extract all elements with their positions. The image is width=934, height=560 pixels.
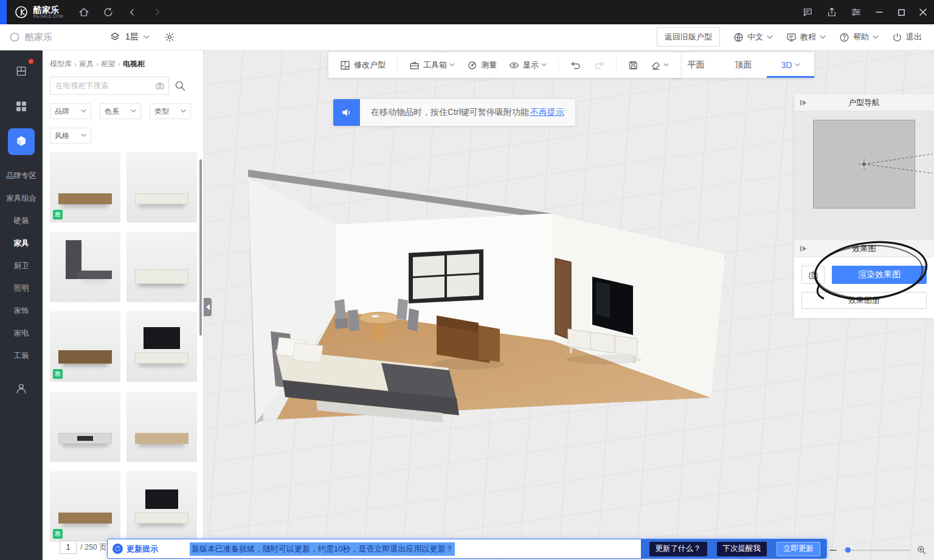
sidebar-item-hard-decor[interactable]: 硬装	[14, 210, 29, 232]
home-button[interactable]	[72, 0, 96, 24]
redo-button[interactable]	[589, 60, 609, 71]
breadcrumb-tv-cabinet[interactable]: 电视柜	[123, 59, 145, 69]
modify-floorplan-button[interactable]: 修改户型	[336, 60, 390, 71]
collapse-toggle-button[interactable]	[800, 99, 807, 106]
minimize-icon	[875, 8, 884, 16]
floorplan-library-button[interactable]	[8, 58, 35, 85]
sidebar-item-furniture[interactable]: 家具	[14, 232, 29, 255]
forward-button[interactable]	[145, 0, 169, 24]
product-thumbnail[interactable]	[50, 232, 120, 302]
eraser-menu[interactable]	[646, 60, 673, 71]
breadcrumb-cabinets[interactable]: 柜架	[101, 59, 116, 69]
product-thumbnail[interactable]: 惠	[50, 152, 120, 223]
snapshot-camera-button[interactable]	[801, 266, 825, 284]
product-thumbnail[interactable]	[50, 392, 120, 462]
product-thumbnail[interactable]: 惠	[50, 311, 120, 382]
measure-button[interactable]: 测量	[463, 60, 501, 71]
chevron-down-icon	[81, 109, 86, 113]
breadcrumb-separator: ›	[96, 60, 99, 69]
sidebar-item-appliances[interactable]: 家电	[14, 322, 29, 345]
back-button[interactable]	[120, 0, 145, 24]
brand-name: 酷家乐	[25, 32, 52, 43]
product-thumbnail[interactable]	[126, 392, 197, 462]
sidebar-item-brand-zone[interactable]: 品牌专区	[6, 165, 36, 187]
settings-sliders-button[interactable]	[844, 0, 868, 24]
sidebar-item-home-decor[interactable]: 家饰	[14, 300, 29, 322]
sidebar-item-commercial[interactable]: 工装	[14, 345, 29, 367]
breadcrumb-separator: ›	[74, 60, 77, 69]
display-menu[interactable]: 显示	[505, 60, 551, 71]
feedback-button[interactable]	[795, 0, 820, 24]
filter-brand[interactable]: 品牌	[50, 103, 91, 119]
filter-style[interactable]: 风格	[50, 128, 91, 143]
camera-position-icon[interactable]	[859, 159, 870, 170]
logout-button[interactable]: 退出	[892, 32, 922, 43]
apps-grid-button[interactable]	[8, 93, 35, 120]
pause-play-icon	[800, 245, 807, 252]
product-thumbnail[interactable]	[126, 471, 197, 542]
product-thumbnail[interactable]	[126, 311, 197, 382]
breadcrumb-furniture[interactable]: 家具	[79, 59, 94, 69]
floorplan-icon	[340, 60, 350, 71]
tab-ceiling-view[interactable]: 顶面	[720, 52, 767, 78]
catalog-scrollbar[interactable]	[199, 159, 202, 336]
language-menu[interactable]: 中文	[733, 32, 773, 43]
brand: 酷家乐	[0, 31, 103, 43]
window[interactable]	[409, 249, 483, 303]
help-menu[interactable]: 帮助	[839, 32, 879, 43]
door[interactable]	[555, 258, 571, 340]
filter-type[interactable]: 类型	[150, 103, 191, 119]
sidebar-item-lighting[interactable]: 照明	[14, 277, 29, 300]
3d-viewport[interactable]: 修改户型 工具箱 测量 显示	[204, 50, 934, 560]
tv-cabinet-image	[135, 513, 189, 524]
sidebar-item-kitchen-bath[interactable]: 厨卫	[14, 255, 29, 277]
product-thumbnail[interactable]: 惠	[50, 471, 120, 542]
product-thumbnail[interactable]	[126, 152, 197, 223]
refresh-icon	[114, 545, 121, 552]
model-library-button[interactable]	[8, 128, 35, 155]
breadcrumb-model-library[interactable]: 模型库	[50, 59, 72, 69]
tab-3d-view[interactable]: 3D	[767, 52, 814, 78]
share-button[interactable]	[820, 0, 844, 24]
back-to-old-version-button[interactable]: 返回旧版户型	[657, 27, 720, 47]
filter-color[interactable]: 色系	[100, 103, 141, 119]
zoom-slider[interactable]	[843, 550, 910, 551]
zoom-slider-knob[interactable]	[845, 547, 851, 553]
remind-later-button[interactable]: 下次提醒我	[717, 542, 767, 556]
image-search-button[interactable]	[155, 81, 165, 91]
render-image-button[interactable]: 渲染效果图	[832, 266, 927, 284]
whats-new-button[interactable]: 更新了什么？	[649, 542, 707, 556]
zoom-out-icon[interactable]	[829, 546, 837, 555]
page-number-input[interactable]	[60, 541, 77, 554]
maximize-button[interactable]	[890, 0, 912, 24]
globe-icon	[733, 32, 744, 43]
floorplan-minimap[interactable]	[794, 111, 934, 240]
chevron-down-icon	[131, 109, 136, 113]
toast-text: 在移动物品时，按住Ctrl键可暂停吸附功能	[371, 107, 529, 118]
dismiss-forever-link[interactable]: 不再提示	[530, 107, 564, 118]
chevron-down-icon	[144, 35, 150, 40]
update-now-button[interactable]: 立即更新	[777, 542, 820, 556]
floor-settings-button[interactable]	[164, 32, 175, 43]
promo-badge: 惠	[53, 529, 63, 539]
accent-block	[0, 0, 7, 24]
catalog-collapse-handle[interactable]	[204, 298, 212, 316]
close-button[interactable]	[912, 0, 934, 24]
minimize-button[interactable]	[868, 0, 890, 24]
zoom-in-icon[interactable]	[916, 545, 927, 555]
measure-icon	[467, 60, 477, 71]
refresh-button[interactable]	[96, 0, 120, 24]
floor-selector[interactable]: 1层	[103, 28, 156, 46]
search-input[interactable]	[50, 77, 169, 95]
product-thumbnail[interactable]	[126, 232, 197, 302]
tutorial-menu[interactable]: 教程	[786, 32, 826, 43]
render-album-button[interactable]: 效果图册	[801, 292, 927, 309]
save-button[interactable]	[624, 60, 643, 71]
user-profile-button[interactable]	[15, 382, 28, 395]
undo-button[interactable]	[566, 60, 586, 71]
search-submit-button[interactable]	[174, 80, 186, 92]
home-icon	[78, 7, 89, 18]
collapse-toggle-button[interactable]	[800, 245, 807, 252]
toolbox-menu[interactable]: 工具箱	[405, 60, 459, 71]
sidebar-item-furniture-sets[interactable]: 家具组合	[6, 187, 36, 210]
